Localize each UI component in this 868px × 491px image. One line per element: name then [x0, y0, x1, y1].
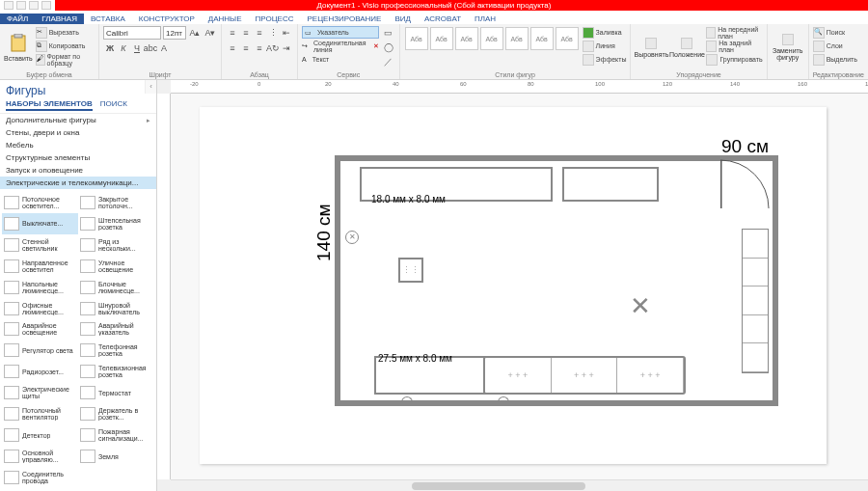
style-4[interactable]: Aбв	[480, 27, 503, 50]
underline-button[interactable]: Ч	[130, 41, 144, 55]
shape-item[interactable]: Электрические щиты	[2, 382, 78, 403]
scrollbar-thumb[interactable]	[412, 482, 585, 490]
shape-item[interactable]: Закрытое потолочн...	[78, 192, 154, 213]
rectangle-tool[interactable]: ▭	[382, 26, 395, 40]
grow-font-button[interactable]: A▴	[188, 26, 202, 40]
shape-item[interactable]: Стенной светильник	[2, 234, 78, 256]
style-7[interactable]: Aбв	[556, 27, 579, 50]
tab-file[interactable]: ФАЙЛ	[0, 14, 35, 24]
shape-item[interactable]: Выключате...	[2, 213, 78, 234]
stencil-walls[interactable]: Стены, двери и окна	[0, 126, 156, 139]
horizontal-scrollbar[interactable]	[171, 479, 868, 491]
line-tool[interactable]: ／	[382, 55, 395, 68]
align-bot-button[interactable]: ≡	[253, 26, 266, 40]
line-button[interactable]: Линия	[583, 40, 627, 52]
position-button[interactable]: Положение	[670, 26, 703, 68]
shape-item[interactable]: Блочные люминесце...	[78, 277, 154, 298]
shape-item[interactable]: Радиорозет...	[2, 361, 78, 382]
indent-dec-button[interactable]: ⇤	[280, 26, 293, 40]
shapes-tab-search[interactable]: ПОИСК	[100, 99, 127, 111]
find-button[interactable]: 🔍Поиск	[813, 26, 857, 39]
bold-button[interactable]: Ж	[103, 41, 117, 55]
ceiling-light-marker[interactable]: ✕	[630, 291, 651, 321]
font-size-combo[interactable]: 12пт	[163, 26, 186, 40]
align-center-button[interactable]: ≡	[239, 41, 253, 55]
shrink-font-button[interactable]: A▾	[203, 26, 217, 40]
connector-tool[interactable]: ↪ Соединительная линия ✕	[302, 40, 379, 52]
strike-button[interactable]: abc	[144, 41, 157, 55]
shape-item[interactable]: Штепсельная розетка	[78, 213, 154, 234]
style-5[interactable]: Aбв	[505, 27, 529, 50]
shapes-tab-sets[interactable]: НАБОРЫ ЭЛЕМЕНТОВ	[6, 99, 93, 111]
shape-item[interactable]: Телефонная розетка	[78, 340, 154, 361]
shape-item[interactable]: Аварийный указатель	[78, 319, 154, 341]
page[interactable]: ✕ 90 см 140 см 18.0 мм x 8.0 мм 27.5 мм …	[200, 107, 827, 464]
shape-item[interactable]: Уличное освещение	[78, 256, 154, 277]
group-button[interactable]: Группировать	[706, 53, 762, 66]
pointer-tool[interactable]: ▭ Указатель	[302, 26, 379, 39]
shape-item[interactable]: Термостат	[78, 382, 154, 403]
save-icon[interactable]	[16, 1, 26, 10]
layers-button[interactable]: Слои	[813, 40, 857, 52]
tab-acrobat[interactable]: ACROBAT	[418, 14, 468, 24]
align-left-button[interactable]: ≡	[226, 41, 239, 55]
shape-item[interactable]: Офисные люминесце...	[2, 298, 78, 319]
ellipse-tool[interactable]: ◯	[382, 41, 395, 54]
shape-item[interactable]: Соединитель провода	[2, 467, 78, 488]
style-6[interactable]: Aбв	[530, 27, 554, 50]
shape-item[interactable]: Направленное осветител	[2, 256, 78, 277]
tab-design[interactable]: КОНСТРУКТОР	[132, 14, 202, 24]
lamp-2[interactable]	[495, 396, 510, 404]
align-mid-button[interactable]: ≡	[239, 26, 253, 40]
paste-button[interactable]: Вставить	[4, 26, 33, 68]
shape-item[interactable]: Ряд из нескольки...	[78, 234, 154, 256]
shape-item[interactable]: Телевизионная розетка	[78, 361, 154, 382]
stencil-electrical[interactable]: Электрические и телекоммуникаци...	[0, 177, 156, 189]
style-2[interactable]: Aбв	[430, 27, 453, 50]
tab-home[interactable]: ГЛАВНАЯ	[35, 14, 84, 24]
drawing-surface[interactable]: ✕ 90 см 140 см 18.0 мм x 8.0 мм 27.5 мм …	[171, 94, 868, 479]
stencil-more[interactable]: Дополнительные фигуры▸	[0, 114, 156, 126]
stencil-structure[interactable]: Структурные элементы	[0, 151, 156, 164]
format-painter-button[interactable]: 🖌Формат по образцу	[36, 53, 95, 66]
tab-view[interactable]: ВИД	[388, 14, 418, 24]
style-gallery[interactable]: Aбв Aбв Aбв Aбв Aбв Aбв Aбв	[404, 26, 580, 51]
shape-item[interactable]: Потолочный вентилятор	[2, 403, 78, 424]
furniture-sofa[interactable]	[483, 356, 686, 395]
send-back-button[interactable]: На задний план	[706, 40, 762, 52]
collapse-panel-button[interactable]: ‹	[145, 80, 156, 94]
rotate-text-button[interactable]: A↻	[266, 41, 280, 55]
align-top-button[interactable]: ≡	[226, 26, 239, 40]
shape-item[interactable]: Потолочное осветител...	[2, 192, 78, 213]
furniture-shelf[interactable]	[742, 229, 769, 373]
shape-item[interactable]: Напольные люминесце...	[2, 277, 78, 298]
italic-button[interactable]: К	[117, 41, 130, 55]
shape-item[interactable]: Регулятор света	[2, 340, 78, 361]
cut-button[interactable]: ✂Вырезать	[36, 26, 95, 39]
fill-button[interactable]: Заливка	[583, 26, 627, 39]
outlet-symbol[interactable]	[345, 231, 359, 244]
bullets-button[interactable]: ⋮	[266, 26, 280, 40]
room-outline[interactable]: ✕	[335, 155, 778, 406]
tab-process[interactable]: ПРОЦЕСС	[249, 14, 301, 24]
style-3[interactable]: Aбв	[455, 27, 478, 50]
select-button[interactable]: Выделить	[813, 53, 857, 66]
style-1[interactable]: Aбв	[405, 27, 428, 50]
shape-item[interactable]: Основной управляю...	[2, 446, 78, 467]
lamp-1[interactable]	[398, 396, 414, 404]
shape-item[interactable]: Пожарная сигнализаци...	[78, 424, 154, 446]
redo-icon[interactable]	[41, 1, 51, 10]
stencil-alarm[interactable]: Запуск и оповещение	[0, 164, 156, 177]
tab-data[interactable]: ДАННЫЕ	[202, 14, 249, 24]
font-color-button[interactable]: A	[157, 41, 171, 55]
bring-front-button[interactable]: На передний план	[706, 26, 762, 39]
shape-item[interactable]: Аварийное освещение	[2, 319, 78, 341]
indent-inc-button[interactable]: ⇥	[280, 41, 293, 55]
tab-review[interactable]: РЕЦЕНЗИРОВАНИЕ	[300, 14, 388, 24]
align-right-button[interactable]: ≡	[253, 41, 266, 55]
shape-item[interactable]: Детектор	[2, 424, 78, 446]
copy-button[interactable]: ⧉Копировать	[36, 40, 95, 52]
stencil-furniture[interactable]: Мебель	[0, 139, 156, 151]
effects-button[interactable]: Эффекты	[583, 53, 627, 66]
tab-plan[interactable]: ПЛАН	[468, 14, 502, 24]
